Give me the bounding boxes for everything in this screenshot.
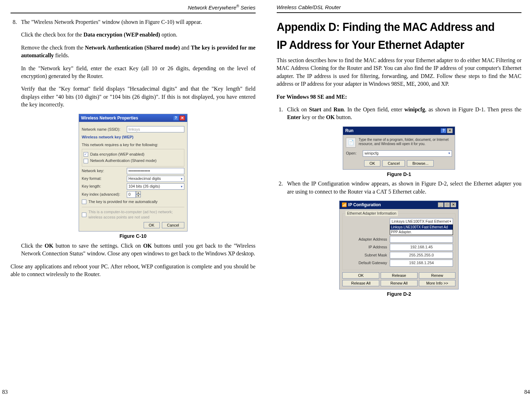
network-auth-checkbox[interactable]	[84, 159, 88, 163]
appendix-d-title: Appendix D: Finding the MAC Address and …	[277, 18, 502, 54]
close-icon[interactable]: ✕	[451, 202, 456, 207]
bold: Data encryption (WEP enabled)	[84, 32, 160, 38]
close-icon[interactable]: ✕	[179, 116, 185, 120]
text: option.	[160, 32, 177, 38]
cancel-button[interactable]: Cancel	[162, 222, 184, 228]
open-input[interactable]: winipcfg	[363, 150, 452, 157]
left-page-header: Network Everywhere® Series	[11, 4, 256, 13]
for-windows-heading: For Windows 98 SE and ME:	[277, 93, 522, 101]
adapter-select[interactable]: Linksys LNE100TX Fast Ethernet	[390, 218, 453, 225]
step8-verify: Verify that the "Key format" field displ…	[21, 85, 256, 109]
left-page-number: 83	[2, 388, 8, 396]
bold: winipcfg	[405, 106, 425, 112]
key-length-label: Key length:	[82, 184, 124, 189]
run-dialog: Run ? ✕ 📄 Type the name of a program, fo…	[343, 126, 455, 170]
key-format-select[interactable]: Hexadecimal digits	[127, 176, 184, 182]
data-encryption-label: Data encryption (WEP enabled)	[90, 152, 145, 157]
ip-address-value: 192.168.1.45	[390, 244, 453, 250]
text: key or the	[301, 114, 326, 120]
text: . In the Open field, enter	[344, 106, 404, 112]
step8-network-key: In the "Network key" field, enter the ex…	[21, 65, 256, 80]
minimize-icon[interactable]: _	[438, 202, 444, 207]
text: and	[321, 106, 334, 112]
text: and	[180, 45, 191, 51]
help-icon[interactable]: ?	[173, 116, 179, 120]
text: fields.	[54, 52, 69, 58]
figure-d1-caption: Figure D-1	[387, 171, 411, 178]
ip-address-label: IP Address	[345, 244, 387, 250]
click-ok-instr: Click the OK button to save the settings…	[21, 242, 256, 258]
bold: OK	[326, 114, 335, 120]
ssid-input[interactable]: linksys	[127, 126, 184, 132]
dialog-titlebar[interactable]: 📶 IP Configuration _ □ ✕	[340, 201, 458, 209]
release-all-button[interactable]: Release All	[342, 280, 379, 286]
bold: Start	[309, 106, 321, 112]
left-page: Network Everywhere® Series 8. The "Wirel…	[11, 4, 256, 394]
adapter-address-value	[390, 236, 453, 243]
cancel-button[interactable]: Cancel	[382, 160, 405, 167]
step-2-body: When the IP Configuration window appears…	[287, 180, 522, 196]
more-info-button[interactable]: More Info >>	[419, 280, 456, 286]
subnet-mask-label: Subnet Mask	[345, 253, 387, 258]
appendix-d-intro: This section describes how to find the M…	[277, 57, 522, 88]
bold: Enter	[287, 114, 301, 120]
dialog-body: 📄 Type the name of a program, folder, do…	[343, 135, 455, 169]
step-1-body: Click on Start and Run. In the Open fiel…	[287, 106, 522, 122]
step-8-intro: The "Wireless Network Properties" window…	[21, 18, 256, 26]
adhoc-checkbox	[82, 213, 86, 217]
dialog-titlebar[interactable]: Run ? ✕	[343, 127, 455, 135]
close-apps-instr: Close any applications and reboot your P…	[11, 263, 256, 279]
ssid-label: Network name (SSID):	[82, 127, 124, 132]
figure-d2-caption: Figure D-2	[387, 291, 411, 298]
dialog-body: Network name (SSID): linksys Wireless ne…	[79, 122, 187, 231]
key-auto-checkbox[interactable]	[82, 200, 86, 204]
dialog-title: 📶 IP Configuration	[342, 202, 381, 208]
renew-all-button[interactable]: Renew All	[381, 280, 418, 286]
adapter-option-highlighted[interactable]: Linksys LNE100TX Fast Ethernet Ad	[390, 225, 453, 230]
run-icon: 📄	[346, 138, 356, 148]
adapter-dropdown[interactable]: Linksys LNE100TX Fast Ethernet Ad PPP Ad…	[390, 224, 453, 235]
header-left-text: Network Everywhere® Series	[188, 5, 256, 11]
network-auth-label: Network Authentication (Shared mode)	[90, 158, 157, 163]
dialog-titlebar[interactable]: Wireless Network Properties ? ✕	[79, 114, 187, 122]
help-icon[interactable]: ?	[441, 128, 446, 133]
ok-button[interactable]: OK	[144, 222, 160, 228]
left-content: 8. The "Wireless Network Properties" win…	[11, 18, 256, 394]
adhoc-label: This is a computer-to-computer (ad hoc) …	[88, 209, 184, 220]
key-auto-label: The key is provided for me automatically	[88, 199, 158, 204]
figure-c10-caption: Figure C-10	[119, 233, 146, 240]
maximize-icon[interactable]: □	[444, 202, 450, 207]
dialog-title: Run	[345, 128, 353, 134]
browse-button[interactable]: Browse...	[407, 160, 434, 167]
adapter-address-label: Adapter Address	[345, 237, 387, 242]
renew-button[interactable]: Renew	[419, 272, 456, 279]
adapter-info-legend: Ethernet Adapter Information	[346, 211, 398, 216]
data-encryption-checkbox[interactable]: ✓	[84, 152, 88, 157]
ok-button[interactable]: OK	[342, 272, 379, 279]
step-8-number: 8.	[11, 18, 17, 26]
network-key-input[interactable]: ••••••••••••••••	[127, 168, 184, 174]
figure-c10: Wireless Network Properties ? ✕ Network …	[11, 114, 256, 240]
gateway-label: Default Gateway	[345, 260, 387, 266]
text: button to save the settings. Click on	[53, 243, 143, 249]
ok-button[interactable]: OK	[364, 160, 380, 167]
gateway-value: 192.168.1.254	[390, 260, 453, 266]
key-index-label: Key index (advanced):	[82, 192, 124, 197]
text: Click the	[21, 243, 45, 249]
step8-remove-instr: Remove the check from the Network Authen…	[21, 44, 256, 60]
run-desc: Type the name of a program, folder, docu…	[359, 138, 452, 146]
key-format-label: Key format:	[82, 176, 124, 181]
right-page-number: 84	[524, 388, 530, 396]
release-button[interactable]: Release	[381, 272, 418, 279]
key-length-select[interactable]: 104 bits (26 digits)	[127, 183, 184, 190]
adapter-option[interactable]: PPP Adapter.	[390, 230, 453, 235]
spinner-down-icon[interactable]: ▼	[136, 194, 141, 197]
close-icon[interactable]: ✕	[447, 128, 453, 133]
dialog-title: Wireless Network Properties	[81, 115, 138, 121]
spinner-up-icon[interactable]: ▲	[136, 191, 141, 194]
network-key-label: Network key:	[82, 168, 124, 174]
figure-d2: 📶 IP Configuration _ □ ✕ Ethernet Adapte…	[277, 201, 522, 298]
step-2-row: 2. When the IP Configuration window appe…	[277, 180, 522, 196]
bold: Network Authentication (Shared mode)	[85, 45, 180, 51]
key-index-spinner[interactable]: 0 ▲▼	[127, 191, 141, 198]
